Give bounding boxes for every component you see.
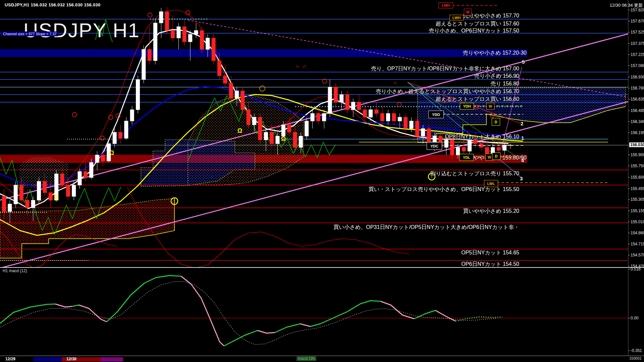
candle-body xyxy=(95,155,99,163)
object-label-box[interactable]: D xyxy=(492,153,500,160)
candle-body xyxy=(159,12,163,23)
macd-line xyxy=(55,304,72,307)
candle-body xyxy=(334,87,337,102)
candle-body xyxy=(380,114,384,121)
candle-body xyxy=(217,61,221,76)
macd-layer xyxy=(0,276,628,346)
candle-body xyxy=(375,110,378,113)
price-annotation: 売り 156.80 xyxy=(490,80,519,87)
candle-body xyxy=(322,114,326,121)
object-label-box[interactable]: M xyxy=(464,9,472,15)
current-price-tag: 156.030 xyxy=(629,142,644,147)
candle-body xyxy=(37,181,41,200)
candle-body xyxy=(369,110,373,117)
price-axis-label: 155.750 xyxy=(631,164,644,168)
macd-line xyxy=(414,310,435,319)
macd-signal-line xyxy=(0,282,496,345)
candle-body xyxy=(340,95,343,102)
candle-body xyxy=(287,125,291,132)
candle-body xyxy=(427,129,431,144)
candle-body xyxy=(14,185,17,204)
candle-body xyxy=(20,185,23,200)
candle-body xyxy=(247,110,250,125)
candle-body xyxy=(235,91,239,99)
candle-body xyxy=(136,79,140,110)
object-label-box[interactable]: D xyxy=(492,118,500,126)
object-label-box[interactable]: LWH xyxy=(449,15,464,20)
omega-marker-icon: Ω xyxy=(237,127,242,134)
omega-marker-icon: Ω xyxy=(281,135,286,142)
macd-line xyxy=(224,330,258,346)
object-label-box[interactable]: YDL xyxy=(460,154,474,161)
timeline-separator xyxy=(0,356,644,356)
macd-line xyxy=(435,310,455,321)
candle-body xyxy=(165,12,169,31)
price-annotation: 買い・ストップロス売りやや小さめ、OP6日NYカット 155.50 xyxy=(369,186,519,193)
price-axis-label: 156.780 xyxy=(631,86,644,90)
price-annotation: 買いやや小さめ 155.20 xyxy=(463,208,519,215)
candle-body xyxy=(410,121,413,129)
horn-marker-icon: ∩ xyxy=(393,80,397,85)
object-label-box[interactable]: LMH xyxy=(438,2,453,8)
price-axis-label: 155.010 xyxy=(631,220,644,224)
macd-axis-label: 0.516 xyxy=(631,267,641,272)
candle-body xyxy=(189,34,192,42)
macd-toggle-button[interactable]: macd ON xyxy=(297,356,316,361)
candle-body xyxy=(130,110,134,121)
chart-canvas[interactable]: ΩΩΩΩ↑↑∩∩∩ xyxy=(0,0,644,362)
object-label-box[interactable]: YDO xyxy=(428,111,444,118)
candle-body xyxy=(305,121,309,136)
price-axis-label: 157.525 xyxy=(631,30,644,35)
timeline-date: 12/29 xyxy=(5,357,15,361)
candle-body xyxy=(386,114,390,121)
candle-body xyxy=(392,114,396,121)
price-axis-label: 157.820 xyxy=(631,8,644,12)
price-axis-label: 154.715 xyxy=(631,242,644,246)
candle-body xyxy=(270,132,274,144)
channel-info-label: Channel size = 977 Slope = 7.37 xyxy=(1,32,58,36)
candle-body xyxy=(485,147,489,154)
macd-line xyxy=(0,304,55,323)
sell-signal-icon xyxy=(148,13,152,17)
horn-marker-icon: ∩ xyxy=(303,63,307,69)
fan-number-label: 1 xyxy=(521,135,524,141)
candle-body xyxy=(299,136,303,147)
macd-line xyxy=(310,301,381,326)
omega-marker-icon: Ω xyxy=(54,194,59,200)
price-annotation: 超えるとストップロス買い 156.60 xyxy=(436,96,519,103)
price-axis-label: 154.860 xyxy=(631,231,644,235)
candle-body xyxy=(2,196,6,212)
candle-body xyxy=(421,129,425,136)
price-axis-label: 156.340 xyxy=(631,119,644,124)
candle-body xyxy=(49,193,52,200)
macd-line xyxy=(107,276,181,322)
candle-body xyxy=(328,87,332,114)
object-label-box[interactable]: W xyxy=(486,103,494,110)
candle-body xyxy=(276,136,279,144)
candle-body xyxy=(177,27,180,38)
signal-circle-icon xyxy=(260,86,265,91)
candle-body xyxy=(72,185,76,196)
candle-body xyxy=(171,31,175,38)
mt4-chart-window: ΩΩΩΩ↑↑∩∩∩ USDJPY,H1 156.032 156.032 156.… xyxy=(0,0,644,362)
object-label-box[interactable]: YDH xyxy=(460,103,474,110)
macd-indicator-label: H1 macd (12) xyxy=(3,268,27,273)
price-axis-label: 157.080 xyxy=(631,63,644,68)
candle-body xyxy=(398,117,401,121)
price-annotation: OP5日NYカット 154.65 xyxy=(461,249,519,256)
horn-marker-icon: ∩ xyxy=(296,63,299,69)
macd-axis-label: -0.351 xyxy=(631,348,642,353)
price-annotation: 売りやや小さめ 157.20-30 xyxy=(463,50,527,57)
price-band xyxy=(0,49,527,57)
price-axis-label: 155.900 xyxy=(631,153,644,157)
price-axis-label: 156.195 xyxy=(631,130,644,135)
sell-signal-icon xyxy=(397,103,401,107)
macd-line xyxy=(72,305,79,306)
timeline-segment xyxy=(101,357,123,361)
object-label-box[interactable]: YDC xyxy=(427,142,442,150)
candle-body xyxy=(415,121,419,136)
panel-separator xyxy=(0,267,644,268)
price-axis-label: 157.375 xyxy=(631,41,644,46)
price-axis-label: 155.455 xyxy=(631,186,644,191)
object-label-box[interactable]: LWL xyxy=(484,180,498,187)
